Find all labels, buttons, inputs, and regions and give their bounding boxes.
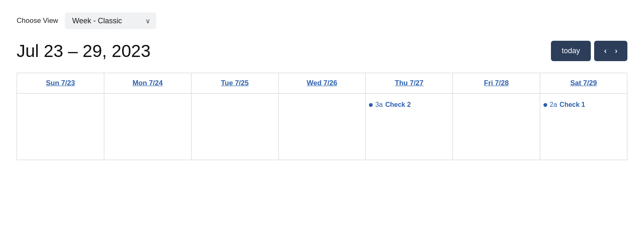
cell-sat[interactable]: 2a Check 1 bbox=[540, 94, 627, 160]
event-check2-time: 3a bbox=[375, 101, 383, 109]
event-check1[interactable]: 2a Check 1 bbox=[543, 101, 624, 109]
nav-arrows-button[interactable]: ‹ › bbox=[594, 41, 627, 61]
prev-arrow-icon: ‹ bbox=[604, 47, 607, 55]
event-check1-time: 2a bbox=[550, 101, 557, 109]
event-check2-name: Check 2 bbox=[385, 101, 410, 109]
event-check2[interactable]: 3a Check 2 bbox=[369, 101, 449, 109]
col-thu: Thu 7/27 bbox=[366, 73, 453, 94]
calendar-header-row: Sun 7/23 Mon 7/24 Tue 7/25 Wed 7/26 Thu … bbox=[17, 73, 627, 94]
sat-link[interactable]: Sat 7/29 bbox=[570, 79, 597, 87]
choose-view-label: Choose View bbox=[17, 17, 58, 25]
cell-tue[interactable] bbox=[191, 94, 278, 160]
header-row: Jul 23 – 29, 2023 today ‹ › bbox=[17, 41, 627, 61]
calendar-table: Sun 7/23 Mon 7/24 Tue 7/25 Wed 7/26 Thu … bbox=[17, 73, 627, 160]
col-tue: Tue 7/25 bbox=[191, 73, 278, 94]
col-sun: Sun 7/23 bbox=[17, 73, 104, 94]
sun-link[interactable]: Sun 7/23 bbox=[46, 79, 75, 87]
cell-fri[interactable] bbox=[453, 94, 540, 160]
cell-thu[interactable]: 3a Check 2 bbox=[366, 94, 453, 160]
view-select-wrapper: Week - Classic Day Month Agenda ∨ bbox=[65, 12, 156, 29]
event-check1-name: Check 1 bbox=[560, 101, 585, 109]
wed-link[interactable]: Wed 7/26 bbox=[307, 79, 337, 87]
mon-link[interactable]: Mon 7/24 bbox=[133, 79, 163, 87]
thu-link[interactable]: Thu 7/27 bbox=[395, 79, 423, 87]
cell-sun[interactable] bbox=[17, 94, 104, 160]
col-fri: Fri 7/28 bbox=[453, 73, 540, 94]
col-wed: Wed 7/26 bbox=[278, 73, 366, 94]
event-dot-icon bbox=[369, 103, 373, 107]
view-select[interactable]: Week - Classic Day Month Agenda bbox=[65, 12, 156, 29]
calendar-body-row: 3a Check 2 2a Check 1 bbox=[17, 94, 627, 160]
top-controls: Choose View Week - Classic Day Month Age… bbox=[17, 12, 627, 29]
date-range-title: Jul 23 – 29, 2023 bbox=[17, 41, 150, 61]
next-arrow-icon: › bbox=[615, 47, 617, 55]
col-sat: Sat 7/29 bbox=[540, 73, 627, 94]
cell-mon[interactable] bbox=[104, 94, 191, 160]
event-dot-icon-2 bbox=[543, 103, 547, 107]
cell-wed[interactable] bbox=[278, 94, 366, 160]
nav-controls: today ‹ › bbox=[551, 41, 627, 61]
tue-link[interactable]: Tue 7/25 bbox=[221, 79, 249, 87]
today-button[interactable]: today bbox=[551, 41, 591, 61]
col-mon: Mon 7/24 bbox=[104, 73, 191, 94]
fri-link[interactable]: Fri 7/28 bbox=[484, 79, 509, 87]
